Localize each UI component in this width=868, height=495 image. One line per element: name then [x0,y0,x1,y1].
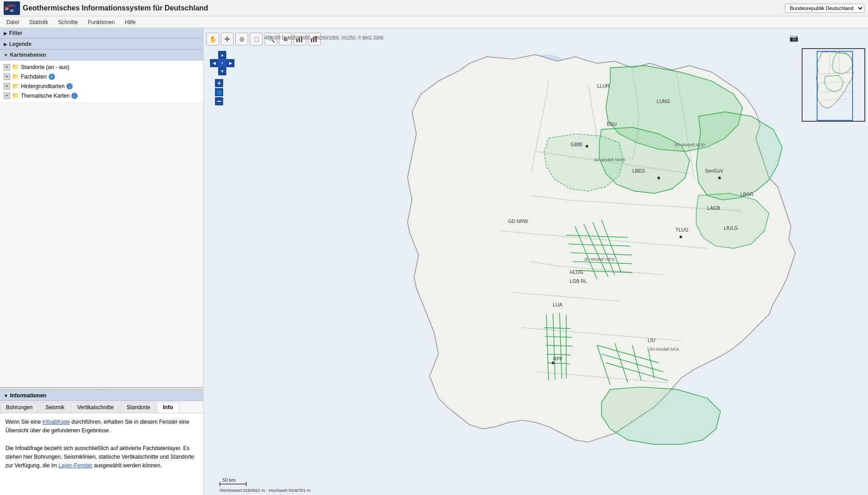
infoabfrage-link[interactable]: Infoabfrage [42,419,70,425]
info-section-header[interactable]: ▼ Informationen [0,391,203,401]
layer-label-3: Thematische Karten [21,93,70,99]
nav-controls: ▲ ▼ ◀ ▶ + [210,51,234,75]
layer-info-icon-1[interactable]: i [49,74,55,80]
menu-hilfe[interactable]: Hilfe [120,18,140,27]
info-tabs: BohrungenSeismikVertikalschnitteStandort… [0,401,203,413]
layer-item-1[interactable]: + 📁 Fachdaten i [0,72,203,81]
logo-image: Geo IS G [4,1,20,15]
layer-folder-icon-1: 📁 [12,73,19,80]
overview-map [802,48,865,122]
country-selector[interactable]: Bundesrepublik Deutschland [785,4,864,13]
menu-funktionen[interactable]: Funktionen [83,18,119,27]
layers-section: ▼ Kartenebenen + 📁 Standorte (an - aus) … [0,50,203,387]
legend-label: Legende [9,41,31,47]
zoom-out[interactable]: − [215,97,223,105]
menu-datei[interactable]: Datei [2,18,24,27]
nav-up[interactable]: ▲ [218,51,226,59]
app-title: Geothermisches Informationssystem für De… [23,4,208,12]
layer-expand-2[interactable]: + [4,83,10,89]
logo: Geo IS G Geothermisches Informationssyst… [4,1,208,15]
layers-content: + 📁 Standorte (an - aus) + 📁 Fachdaten i… [0,60,203,102]
menu-schnitte[interactable]: Schnitte [54,18,82,27]
layer-expand-1[interactable]: + [4,74,10,80]
filter-label: Filter [9,30,22,36]
svg-text:LUNG: LUNG [657,99,670,104]
svg-text:IS: IS [10,9,14,13]
tool-rect-select[interactable]: ⬚ [250,33,263,45]
svg-text:50 km: 50 km [222,477,235,483]
legend-arrow: ▶ [4,42,7,47]
menubar: Datei Statistik Schnitte Funktionen Hilf… [0,16,868,28]
svg-text:LUA: LUA [553,302,563,307]
layer-item-3[interactable]: + 📁 Thematische Karten ↓ [0,91,203,100]
map-svg[interactable]: LLUR LUNG BSU GBfB 3D-Modell NWD 3D-Mode… [204,28,868,495]
nav-center[interactable]: + [218,59,226,67]
nav-left[interactable]: ◀ [210,59,218,67]
info-panel: ▼ Informationen BohrungenSeismikVertikal… [0,390,203,495]
app-header: Geo IS G Geothermisches Informationssyst… [0,0,868,16]
layer-item-0[interactable]: + 📁 Standorte (an - aus) [0,62,203,72]
info-tab-standorte[interactable]: Standorte [120,402,156,413]
svg-text:LBEG: LBEG [632,168,645,173]
layer-down-icon-2[interactable]: ↓ [66,83,73,89]
svg-point-64 [552,361,554,364]
svg-point-56 [679,236,682,238]
info-tab-info[interactable]: Info [157,402,179,413]
zoom-in[interactable]: + [215,79,223,87]
layer-folder-icon-0: 📁 [12,64,19,70]
info-header-arrow: ▼ [4,393,8,398]
tool-pan[interactable]: ✋ [206,33,219,45]
svg-text:LGB RL: LGB RL [570,278,587,284]
svg-text:3D-Modell HEG: 3D-Modell HEG [584,257,615,262]
nav-right[interactable]: ▶ [226,59,234,67]
svg-text:GD NRW: GD NRW [508,218,529,224]
zoom-globe[interactable]: 🌐 [215,88,223,96]
svg-text:BSU: BSU [607,121,617,127]
svg-text:LAGB: LAGB [707,205,720,211]
filter-section: ▶ Filter [0,28,203,39]
info-tab-bohrungen[interactable]: Bohrungen [0,402,39,413]
camera-button[interactable]: 📷 [789,33,799,43]
layers-header[interactable]: ▼ Kartenebenen [0,50,203,60]
left-panel: ▶ Filter ▶ Legende ▼ Kartenebenen + 📁 St… [0,28,204,495]
main-content: ▶ Filter ▶ Legende ▼ Kartenebenen + 📁 St… [0,28,868,495]
nav-cross: ▲ ▼ ◀ ▶ + [210,51,234,75]
map-attribution: ATKIS® DLM250/1000, GN250/1000, VG250, ©… [264,35,384,40]
svg-text:LfULG: LfULG [724,225,738,231]
info-content-area: Wenn Sie eine Infoabfrage durchführen, e… [0,413,203,495]
svg-text:RPF: RPF [553,356,563,361]
layer-label-2: Hintergrundkarten [21,83,65,89]
svg-text:3D-Modell MOL: 3D-Modell MOL [649,346,680,351]
svg-text:SenGuV: SenGuV [705,168,723,173]
zoom-controls: + 🌐 − [215,79,223,105]
toolbar: ✋ ✛ ◎ ⬚ 🔍 ⊞ ATKIS® DLM250/1000, GN250/10… [206,31,868,47]
tool-move[interactable]: ✛ [221,33,234,45]
layer-item-2[interactable]: + 📁 Hintergrundkarten ↓ [0,81,203,91]
svg-text:3D-Modell NOD: 3D-Modell NOD [674,142,705,147]
layer-label-0: Standorte (an - aus) [21,64,70,70]
menu-statistik[interactable]: Statistik [25,18,53,27]
legend-section: ▶ Legende [0,39,203,50]
layer-expand-0[interactable]: + [4,64,10,70]
layer-label-1: Fachdaten [21,74,47,80]
info-tab-vertikalschnitte[interactable]: Vertikalschnitte [71,402,120,413]
filter-arrow: ▶ [4,31,7,36]
svg-text:HLUG: HLUG [570,269,584,275]
filter-header[interactable]: ▶ Filter [0,28,203,39]
layers-arrow: ▼ [4,53,8,58]
layer-folder-icon-3: 📁 [12,92,19,99]
svg-text:LfU: LfU [648,337,655,343]
layer-down-icon-3[interactable]: ↓ [71,93,78,99]
svg-point-50 [718,177,721,179]
info-tab-seismik[interactable]: Seismik [40,402,70,413]
map-area[interactable]: ✋ ✛ ◎ ⬚ 🔍 ⊞ ATKIS® DLM250/1000, GN250/10… [204,28,868,495]
layer-fenster-link[interactable]: Layer-Fenster [59,462,93,469]
nav-down[interactable]: ▼ [218,67,226,75]
tool-circle-select[interactable]: ◎ [235,33,248,45]
info-header-label: Informationen [10,392,46,399]
layer-expand-3[interactable]: + [4,93,10,99]
legend-header[interactable]: ▶ Legende [0,39,203,50]
svg-point-44 [586,145,589,148]
svg-text:Geo: Geo [8,4,15,8]
svg-text:LLUR: LLUR [597,83,610,89]
